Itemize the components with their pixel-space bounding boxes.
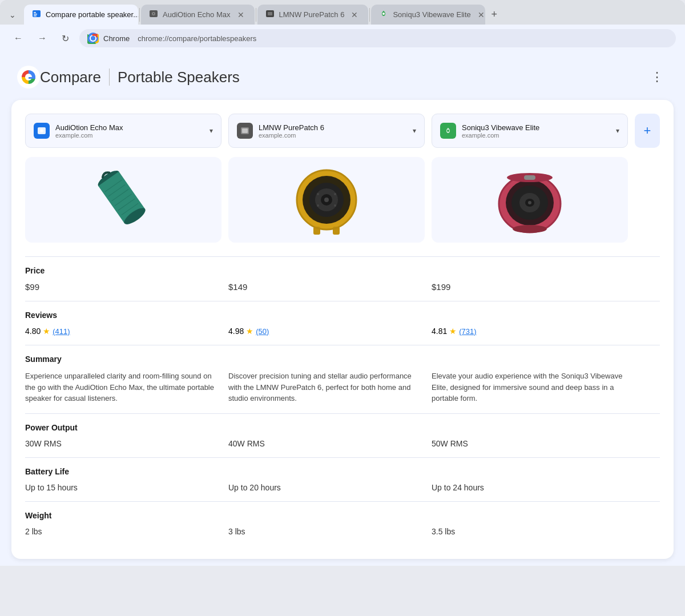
product-selector-3-left: Soniqu3 Vibewave Elite example.com xyxy=(440,123,539,139)
product-image-1 xyxy=(25,157,221,243)
svg-rect-1 xyxy=(34,12,36,13)
page-content: Compare Portable Speakers ⋮ xyxy=(0,52,685,566)
address-bar-input[interactable]: Chrome chrome://compare/portablespeakers xyxy=(79,29,676,47)
review-count-p2[interactable]: (50) xyxy=(256,327,269,336)
svg-point-34 xyxy=(324,198,329,202)
svg-point-38 xyxy=(334,204,336,207)
power-section: Power Output 30W RMS 40W RMS 50W RMS xyxy=(25,413,660,457)
svg-point-9 xyxy=(382,13,385,15)
summary-spacer xyxy=(635,371,660,404)
battery-spacer xyxy=(635,483,660,492)
price-p3: $199 xyxy=(432,282,628,292)
compare-header: Compare Portable Speakers ⋮ xyxy=(0,52,685,100)
add-product-button[interactable]: + xyxy=(635,114,660,148)
add-product-spacer xyxy=(635,157,660,243)
svg-point-37 xyxy=(317,204,319,207)
star-p1-icon: ★ xyxy=(43,327,50,336)
product-2-info: LMNW PurePatch 6 example.com xyxy=(259,123,324,139)
battery-p1: Up to 15 hours xyxy=(25,483,221,492)
summary-p1: Experience unparalleled clarity and room… xyxy=(25,371,221,404)
tab-separator-2 xyxy=(256,8,256,22)
rating-p2: 4.98 ★ (50) xyxy=(228,327,425,336)
tab-soniqu-label: Soniqu3 Vibewave Elite xyxy=(393,10,470,19)
google-logo-icon xyxy=(17,66,40,88)
battery-values: Up to 15 hours Up to 20 hours Up to 24 h… xyxy=(25,483,660,492)
tab-soniqu-icon xyxy=(379,9,388,20)
tab-lmnw-icon xyxy=(265,9,275,20)
weight-spacer xyxy=(635,527,660,536)
price-values: $99 $149 $199 xyxy=(25,282,660,292)
reviews-label: Reviews xyxy=(25,311,660,320)
tab-compare-label: Compare portable speaker... xyxy=(46,10,138,19)
product-selector-3[interactable]: Soniqu3 Vibewave Elite example.com ▾ xyxy=(432,114,628,148)
back-button[interactable]: ← xyxy=(9,31,27,46)
svg-point-48 xyxy=(528,201,531,204)
power-p3: 50W RMS xyxy=(432,439,628,448)
speaker-1-image xyxy=(92,163,155,237)
tab-audio-icon xyxy=(149,9,158,20)
price-label: Price xyxy=(25,266,660,275)
tab-compare[interactable]: Compare portable speaker... ✕ xyxy=(24,5,138,25)
summary-label: Summary xyxy=(25,355,660,364)
browser-shell: ⌄ Compare portable speaker... ✕ xyxy=(0,0,685,52)
product-2-icon xyxy=(237,123,253,139)
chrome-logo-icon xyxy=(87,33,99,44)
rating-p2-value: 4.98 xyxy=(228,327,244,336)
power-p2: 40W RMS xyxy=(228,439,425,448)
svg-point-16 xyxy=(41,130,43,132)
forward-button[interactable]: → xyxy=(33,31,51,46)
star-p3-icon: ★ xyxy=(449,327,457,336)
header-menu-button[interactable]: ⋮ xyxy=(646,67,668,87)
collapse-button[interactable]: ⌄ xyxy=(5,8,21,22)
reviews-section: Reviews 4.80 ★ (411) 4.98 ★ (50) 4.81 ★ … xyxy=(25,301,660,345)
tab-lmnw[interactable]: LMNW PurePatch 6 ✕ xyxy=(257,5,369,25)
weight-p3: 3.5 lbs xyxy=(432,527,628,536)
tab-audio[interactable]: AudiOtion Echo Max ✕ xyxy=(141,5,255,25)
product-selector-1-left: AudiOtion Echo Max example.com xyxy=(34,123,123,139)
price-section: Price $99 $149 $199 xyxy=(25,256,660,301)
tab-audio-label: AudiOtion Echo Max xyxy=(163,10,231,19)
tab-soniqu[interactable]: Soniqu3 Vibewave Elite ✕ xyxy=(371,5,485,25)
reload-button[interactable]: ↻ xyxy=(57,31,74,46)
address-bar: ← → ↻ Chrome chrome://compare/portablesp… xyxy=(0,25,685,52)
title-divider xyxy=(109,69,110,86)
weight-label: Weight xyxy=(25,511,660,520)
product-image-2 xyxy=(228,157,425,243)
summary-p3: Elevate your audio experience with the S… xyxy=(432,371,628,404)
reviews-values: 4.80 ★ (411) 4.98 ★ (50) 4.81 ★ (731) xyxy=(25,327,660,336)
power-values: 30W RMS 40W RMS 50W RMS xyxy=(25,439,660,448)
weight-section: Weight 2 lbs 3 lbs 3.5 lbs xyxy=(25,501,660,545)
review-count-p1[interactable]: (411) xyxy=(53,327,70,336)
star-p2-icon: ★ xyxy=(246,327,253,336)
tab-bar: ⌄ Compare portable speaker... ✕ xyxy=(0,0,685,25)
power-label: Power Output xyxy=(25,423,660,432)
product-2-chevron-icon: ▾ xyxy=(413,127,416,135)
price-p2: $149 xyxy=(228,282,425,292)
tab-separator-1 xyxy=(139,8,140,22)
weight-values: 2 lbs 3 lbs 3.5 lbs xyxy=(25,527,660,536)
battery-section: Battery Life Up to 15 hours Up to 20 hou… xyxy=(25,457,660,501)
product-2-name: LMNW PurePatch 6 xyxy=(259,123,324,132)
product-selector-2[interactable]: LMNW PurePatch 6 example.com ▾ xyxy=(228,114,425,148)
svg-point-6 xyxy=(153,13,154,14)
speaker-3-image xyxy=(493,163,567,237)
product-2-domain: example.com xyxy=(259,132,324,139)
tab-lmnw-close[interactable]: ✕ xyxy=(349,10,360,20)
compare-label: Compare xyxy=(40,69,101,86)
power-spacer xyxy=(635,439,660,448)
rating-p1-value: 4.80 xyxy=(25,327,41,336)
svg-point-35 xyxy=(317,193,319,195)
product-3-chevron-icon: ▾ xyxy=(616,127,619,135)
product-1-chevron-icon: ▾ xyxy=(209,127,213,135)
review-count-p3[interactable]: (731) xyxy=(459,327,476,336)
tab-audio-close[interactable]: ✕ xyxy=(235,10,247,20)
summary-values: Experience unparalleled clarity and room… xyxy=(25,371,660,404)
tab-soniqu-close[interactable]: ✕ xyxy=(476,10,486,20)
product-headers: AudiOtion Echo Max example.com ▾ xyxy=(25,114,660,148)
product-selector-1[interactable]: AudiOtion Echo Max example.com ▾ xyxy=(25,114,221,148)
new-tab-button[interactable]: + xyxy=(485,6,503,23)
svg-point-36 xyxy=(334,193,336,195)
chrome-browser-label: Chrome xyxy=(103,34,130,43)
rating-p3: 4.81 ★ (731) xyxy=(432,327,628,336)
weight-p1: 2 lbs xyxy=(25,527,221,536)
